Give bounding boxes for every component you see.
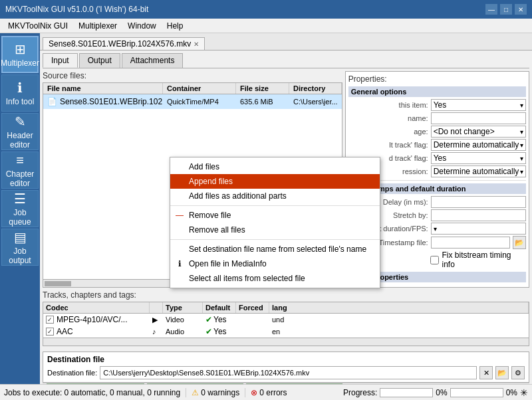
tracks-scrollbar[interactable] xyxy=(43,338,529,346)
menu-item-window[interactable]: Window xyxy=(122,20,162,32)
ctx-add-files[interactable]: Add files xyxy=(170,159,380,174)
ctx-add-additional-label: Add files as additional parts xyxy=(189,191,287,201)
dest-extra-btn[interactable]: ⚙ xyxy=(511,366,525,379)
ctx-separator-1 xyxy=(170,205,380,206)
prop-value-5[interactable]: Determine automatically xyxy=(431,165,526,177)
ctx-select-all-label: Select all items from selected file xyxy=(189,274,305,283)
cell-filename: 📄 Sense8.S01E01.WEBrip.102... xyxy=(43,96,163,108)
top-tabs: Input Output Attachments xyxy=(43,53,529,68)
sidebar-item-header-editor[interactable]: ✎ Header editor xyxy=(1,113,39,150)
ctx-add-additional[interactable]: Add files as additional parts xyxy=(170,189,380,203)
timestamp-browse-btn[interactable]: 📂 xyxy=(513,236,526,249)
default-duration-select[interactable] xyxy=(431,223,526,235)
content-area: Sense8.S01E01.WEBrip.1024X576.mkv ✕ Inpu… xyxy=(40,33,532,384)
prop-value-2[interactable]: <Do not change> xyxy=(431,126,526,138)
dest-browse-btn[interactable]: 📂 xyxy=(495,366,509,379)
tracks-col-codec: Codec xyxy=(43,302,150,313)
error-icon: ⊗ xyxy=(251,388,257,397)
minimize-button[interactable]: — xyxy=(485,4,497,15)
menu-item-help[interactable]: Help xyxy=(162,20,189,32)
prop-row-0: this item: Yes xyxy=(348,99,526,111)
tracks-row-video[interactable]: MPEG-4p10/AVC/... ▶ Video ✔ Yes und xyxy=(43,314,529,326)
ctx-remove-file[interactable]: — Remove file xyxy=(170,208,380,223)
sidebar-item-job-output[interactable]: ▤ Job output xyxy=(1,229,39,266)
file-tab[interactable]: Sense8.S01E01.WEBrip.1024X576.mkv ✕ xyxy=(43,37,205,50)
sidebar-label-header: Header editor xyxy=(2,131,38,150)
track-forced-audio xyxy=(236,331,269,332)
main-panel: Input Output Attachments Source files: F… xyxy=(40,50,532,384)
tab-input[interactable]: Input xyxy=(43,53,78,68)
remove-file-icon: — xyxy=(174,211,185,220)
sidebar-item-multiplexer[interactable]: ⊞ Multiplexer xyxy=(1,36,39,73)
status-sep-1 xyxy=(186,388,186,397)
ctx-open-mediainfo[interactable]: ℹ Open file in MediaInfo xyxy=(170,256,380,271)
add-source-group: + + Add source files ▾ xyxy=(47,383,144,384)
tracks-col-forced: Forced xyxy=(236,302,269,313)
sidebar-item-job-queue[interactable]: ☰ Job queue xyxy=(1,190,39,227)
track-checkbox-video[interactable] xyxy=(46,316,54,324)
status-sep-2 xyxy=(245,388,245,397)
jobs-status: Jobs to execute: 0 automatic, 0 manual, … xyxy=(4,388,180,397)
fix-bitstream-checkbox[interactable] xyxy=(430,256,439,264)
dest-file-label: Destination file: xyxy=(47,369,97,377)
progress-value-2: 0% xyxy=(506,388,517,397)
prop-row-2: age: <Do not change> xyxy=(348,126,526,138)
cell-container: QuickTime/MP4 xyxy=(163,96,236,107)
dest-clear-btn[interactable]: ✕ xyxy=(479,366,493,379)
track-type-audio: Audio xyxy=(163,327,203,336)
prop-label-1: name: xyxy=(348,114,428,122)
prop-label-0: this item: xyxy=(348,101,428,109)
ctx-append-files[interactable]: Append files xyxy=(170,174,380,189)
maximize-button[interactable]: □ xyxy=(500,4,512,15)
job-output-icon: ▤ xyxy=(14,229,27,245)
spinning-icon: ✳ xyxy=(520,387,528,398)
ctx-set-destination[interactable]: Set destination file name from selected … xyxy=(170,242,380,256)
menu-item-multiplexer[interactable]: Multiplexer xyxy=(73,20,122,32)
prop-label-2: age: xyxy=(348,128,428,136)
tracks-panel: Codec Type Default Forced lang xyxy=(43,302,529,338)
ctx-select-all[interactable]: Select all items from selected file xyxy=(170,271,380,286)
tracks-row: Tracks, chapters and tags: Codec Type De… xyxy=(43,290,529,346)
destination-input[interactable] xyxy=(100,366,477,379)
prop-value-4[interactable]: Yes xyxy=(431,152,526,164)
sidebar-item-chapter-editor[interactable]: ≡ Chapter editor xyxy=(1,151,39,189)
delay-input[interactable] xyxy=(431,196,526,208)
track-checkbox-audio[interactable] xyxy=(46,328,54,336)
file-tab-name: Sense8.S01E01.WEBrip.1024X576.mkv xyxy=(49,39,191,49)
context-menu: Add files Append files Add files as addi… xyxy=(170,157,380,288)
destination-section: Destination file Destination file: ✕ 📂 ⚙ xyxy=(43,351,529,383)
track-lang-audio: en xyxy=(269,327,529,336)
ctx-add-files-label: Add files xyxy=(189,162,219,171)
col-filesize: File size xyxy=(236,83,289,94)
multiplexer-icon: ⊞ xyxy=(15,41,26,57)
header-editor-icon: ✎ xyxy=(15,114,26,130)
start-mux-group: ▶ Start multiplexing ▾ xyxy=(147,383,243,384)
warning-icon: ⚠ xyxy=(192,388,199,397)
tab-output[interactable]: Output xyxy=(79,53,120,68)
bottom-toolbar: + + Add source files ▾ ▶ Start multiplex… xyxy=(43,383,529,384)
jobs-label: Jobs to execute: xyxy=(4,388,62,397)
warnings-value: 0 warnings xyxy=(201,388,239,397)
tab-attachments[interactable]: Attachments xyxy=(122,53,184,68)
stretch-input[interactable] xyxy=(431,209,526,221)
ctx-remove-all[interactable]: Remove all files xyxy=(170,223,380,237)
timestamp-file-input[interactable] xyxy=(431,237,510,249)
ctx-open-mediainfo-label: Open file in MediaInfo xyxy=(189,259,267,268)
close-button[interactable]: ✕ xyxy=(515,4,527,15)
sidebar-item-info-tool[interactable]: ℹ Info tool xyxy=(1,74,39,112)
prop-value-3[interactable]: Determine automatically xyxy=(431,139,526,151)
title-bar: MKVToolNix GUI v51.0.0 ('I Wish') 64-bit… xyxy=(0,0,532,19)
col-directory: Directory xyxy=(289,83,342,94)
close-tab-icon[interactable]: ✕ xyxy=(194,41,199,48)
file-row-icon: 📄 xyxy=(47,97,57,106)
menu-item-gui[interactable]: MKVToolNix GUI xyxy=(3,20,73,32)
tracks-row-audio[interactable]: AAC ♪ Audio ✔ Yes en xyxy=(43,326,529,338)
status-bar: Jobs to execute: 0 automatic, 0 manual, … xyxy=(0,384,532,400)
prop-value-0[interactable]: Yes xyxy=(431,99,526,111)
track-forced-video xyxy=(236,319,269,320)
file-row[interactable]: 📄 Sense8.S01E01.WEBrip.102... QuickTime/… xyxy=(43,94,342,109)
track-type-icon-audio: ♪ xyxy=(150,327,163,336)
ctx-remove-all-label: Remove all files xyxy=(189,225,245,235)
prop-input-1[interactable] xyxy=(431,112,526,124)
menu-bar: MKVToolNix GUI Multiplexer Window Help xyxy=(0,19,532,33)
